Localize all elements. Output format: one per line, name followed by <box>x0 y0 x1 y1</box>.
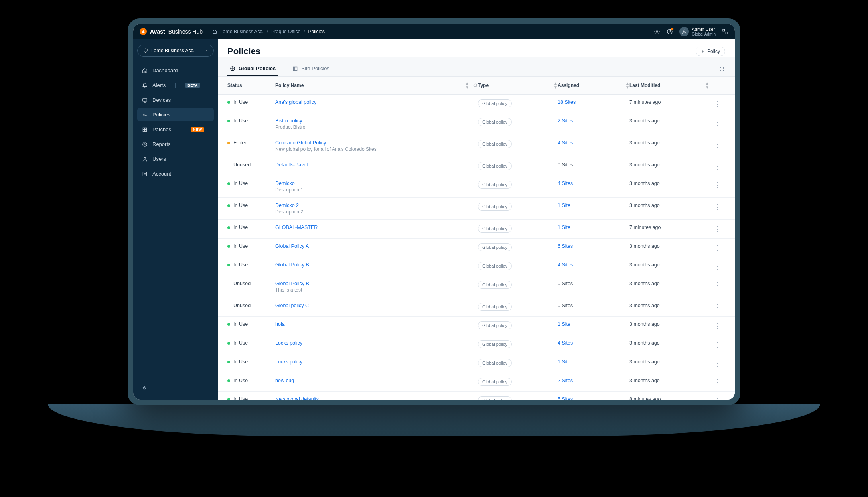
refresh-icon[interactable] <box>719 66 725 72</box>
table-row[interactable]: In UseLocks policyGlobal policy4 Sites3 … <box>218 335 735 354</box>
policy-name-link[interactable]: Ana's global policy <box>275 99 316 105</box>
assigned-link[interactable]: 4 Sites <box>558 340 573 346</box>
row-more-button[interactable]: ⋮ <box>709 281 725 290</box>
policy-name-link[interactable]: Colorado Global Policy <box>275 140 326 146</box>
column-type[interactable]: Type▲▼ <box>478 81 558 89</box>
search-icon[interactable] <box>473 83 478 88</box>
table-row[interactable]: In UseBistro policyProduct BistroGlobal … <box>218 113 735 135</box>
policy-name-link[interactable]: Demicko <box>275 181 295 186</box>
status-label: In Use <box>233 321 248 327</box>
table-row[interactable]: In UseLocks policyGlobal policy1 Site3 m… <box>218 354 735 373</box>
policy-name-link[interactable]: Bistro policy <box>275 118 302 124</box>
row-more-button[interactable]: ⋮ <box>709 396 725 400</box>
site-icon <box>292 66 298 71</box>
text-cursor-icon[interactable] <box>707 66 713 72</box>
table-row[interactable]: In UseDemickoDescription 1Global policy4… <box>218 176 735 198</box>
assigned-link[interactable]: 5 Sites <box>558 396 573 400</box>
breadcrumb-item[interactable]: Policies <box>308 29 325 34</box>
table-row[interactable]: In UseAna's global policyGlobal policy18… <box>218 95 735 113</box>
sidebar-item-policies[interactable]: Policies <box>137 108 214 121</box>
assigned-link[interactable]: 4 Sites <box>558 140 573 146</box>
settings-icon[interactable] <box>654 28 660 35</box>
column-last-modified[interactable]: Last Modified▲▼ <box>629 81 709 89</box>
column-assigned[interactable]: Assigned▲▼ <box>558 81 629 89</box>
column-status[interactable]: Status <box>227 81 275 89</box>
tab-site-policies[interactable]: Site Policies <box>290 61 332 76</box>
expand-icon[interactable] <box>722 28 728 35</box>
policy-name-link[interactable]: New global defaults <box>275 396 319 400</box>
row-more-button[interactable]: ⋮ <box>709 340 725 349</box>
policy-name-link[interactable]: Global Policy B <box>275 281 309 286</box>
table-row[interactable]: EditedColorado Global PolicyNew global p… <box>218 135 735 157</box>
sort-icon[interactable]: ▲▼ <box>554 81 558 89</box>
row-more-button[interactable]: ⋮ <box>709 225 725 233</box>
sidebar-item-patches[interactable]: PatchesNEW <box>137 123 214 136</box>
assigned-link[interactable]: 1 Site <box>558 203 570 208</box>
assigned-link[interactable]: 18 Sites <box>558 99 576 105</box>
assigned-link[interactable]: 2 Sites <box>558 118 573 124</box>
row-more-button[interactable]: ⋮ <box>709 243 725 252</box>
policy-name-link[interactable]: new bug <box>275 378 294 383</box>
assigned-link[interactable]: 1 Site <box>558 359 570 365</box>
table-row[interactable]: In UseNew global defaultsGlobal policy5 … <box>218 392 735 400</box>
table-row[interactable]: In UseholaGlobal policy1 Site3 months ag… <box>218 317 735 335</box>
policy-name-link[interactable]: Global Policy A <box>275 243 309 249</box>
row-more-button[interactable]: ⋮ <box>709 359 725 368</box>
row-more-button[interactable]: ⋮ <box>709 378 725 387</box>
assigned-link[interactable]: 2 Sites <box>558 378 573 383</box>
column-policy-name[interactable]: Policy Name ▲▼ <box>275 81 478 89</box>
assigned-link[interactable]: 4 Sites <box>558 181 573 186</box>
row-more-button[interactable]: ⋮ <box>709 203 725 211</box>
brand[interactable]: Avast Business Hub <box>140 28 203 35</box>
sidebar-item-users[interactable]: Users <box>137 152 214 166</box>
sidebar-item-reports[interactable]: Reports <box>137 138 214 151</box>
help-icon[interactable] <box>667 28 673 35</box>
row-more-button[interactable]: ⋮ <box>709 140 725 149</box>
sidebar-item-account[interactable]: Account <box>137 167 214 180</box>
row-more-button[interactable]: ⋮ <box>709 162 725 171</box>
sidebar-item-devices[interactable]: Devices <box>137 93 214 106</box>
policy-name-link[interactable]: Global Policy B <box>275 262 309 268</box>
row-more-button[interactable]: ⋮ <box>709 303 725 312</box>
table-row[interactable]: In UseGlobal Policy AGlobal policy6 Site… <box>218 239 735 257</box>
policy-name-link[interactable]: Global policy C <box>275 303 309 308</box>
policy-description: Description 1 <box>275 187 478 193</box>
table-row[interactable]: In UseDemicko 2Description 2Global polic… <box>218 198 735 220</box>
policy-name-link[interactable]: GLOBAL-MASTER <box>275 225 318 230</box>
type-pill: Global policy <box>478 262 512 270</box>
type-cell: Global policy <box>478 162 558 170</box>
policy-name-link[interactable]: Demicko 2 <box>275 203 299 208</box>
table-row[interactable]: In Usenew bugGlobal policy2 Sites3 month… <box>218 373 735 392</box>
user-menu[interactable]: Admin User Global Admin <box>679 27 716 36</box>
breadcrumb-item[interactable]: Large Business Acc. <box>220 29 264 34</box>
row-more-button[interactable]: ⋮ <box>709 262 725 271</box>
table-row[interactable]: In UseGlobal Policy BGlobal policy4 Site… <box>218 257 735 276</box>
assigned-link[interactable]: 6 Sites <box>558 243 573 249</box>
assigned-link[interactable]: 4 Sites <box>558 262 573 268</box>
policy-name-link[interactable]: hola <box>275 321 285 327</box>
tab-global-policies[interactable]: Global Policies <box>227 61 278 76</box>
svg-rect-5 <box>726 32 728 34</box>
sidebar-collapse[interactable] <box>137 381 214 394</box>
assigned-link[interactable]: 1 Site <box>558 225 570 230</box>
row-more-button[interactable]: ⋮ <box>709 321 725 330</box>
row-more-button[interactable]: ⋮ <box>709 118 725 127</box>
sort-icon[interactable]: ▲▼ <box>625 81 629 89</box>
assigned-link[interactable]: 1 Site <box>558 321 570 327</box>
sort-icon[interactable]: ▲▼ <box>465 81 469 89</box>
sidebar-item-alerts[interactable]: AlertsBETA <box>137 79 214 92</box>
row-more-button[interactable]: ⋮ <box>709 181 725 189</box>
policy-name-link[interactable]: Defaults-Pavel <box>275 162 308 168</box>
add-policy-button[interactable]: Policy <box>696 47 725 56</box>
policy-name-link[interactable]: Locks policy <box>275 359 302 365</box>
table-row[interactable]: UnusedDefaults-PavelGlobal policy0 Sites… <box>218 157 735 176</box>
policy-name-link[interactable]: Locks policy <box>275 340 302 346</box>
sidebar-item-dashboard[interactable]: Dashboard <box>137 64 214 77</box>
sort-icon[interactable]: ▲▼ <box>705 81 709 89</box>
row-more-button[interactable]: ⋮ <box>709 99 725 108</box>
table-row[interactable]: UnusedGlobal Policy BThis is a testGloba… <box>218 276 735 298</box>
table-row[interactable]: In UseGLOBAL-MASTERGlobal policy1 Site7 … <box>218 220 735 239</box>
table-row[interactable]: UnusedGlobal policy CGlobal policy0 Site… <box>218 298 735 317</box>
breadcrumb-item[interactable]: Prague Office <box>271 29 300 34</box>
account-selector[interactable]: Large Business Acc. <box>137 45 214 57</box>
